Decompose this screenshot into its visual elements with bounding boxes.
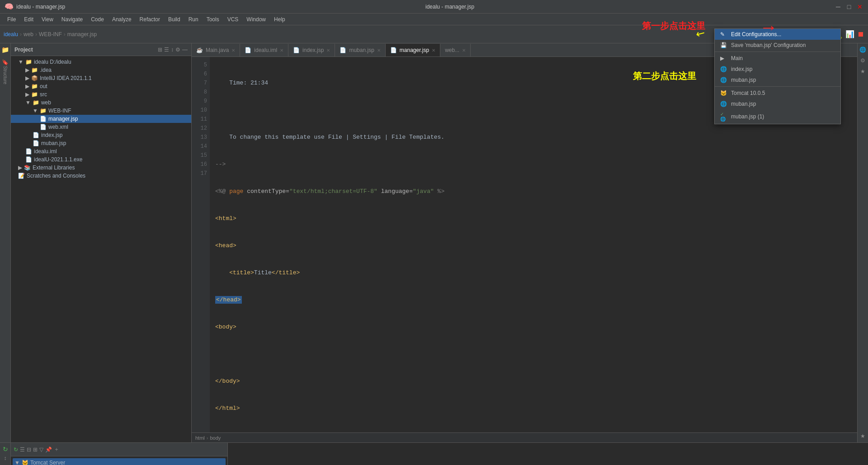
right-icon-3[interactable]: ★	[859, 67, 868, 76]
tree-item-muban-jsp[interactable]: 📄 muban.jsp	[11, 139, 191, 147]
svc-pin-btn[interactable]: 📌	[45, 446, 52, 453]
project-title: Project	[14, 47, 33, 53]
tree-item-manager-jsp[interactable]: 📄 manager.jsp	[11, 115, 191, 123]
svc-group-btn[interactable]: ⊞	[33, 446, 38, 453]
tree-item-ext-libs[interactable]: ▶ 📚 External Libraries	[11, 164, 191, 172]
tree-item-src[interactable]: ▶ 📁 src	[11, 90, 191, 99]
tab-iml-label: idealu.iml	[254, 47, 277, 53]
project-sort-btn[interactable]: ↕	[171, 47, 174, 53]
menu-view[interactable]: View	[38, 15, 57, 24]
tree-item-index-jsp[interactable]: 📄 index.jsp	[11, 131, 191, 139]
mubanjsp2-config-item[interactable]: 🌐 muban.jsp	[715, 99, 840, 109]
tree-item-web[interactable]: ▼ 📁 web	[11, 99, 191, 107]
tree-item-root[interactable]: ▼ 📁 idealu D:/idealu	[11, 58, 191, 66]
indexjsp-file-icon: 📄	[33, 132, 39, 138]
maximize-button[interactable]: □	[845, 3, 853, 10]
services-refresh-icon[interactable]: ↻	[1, 445, 10, 454]
tab-main-java[interactable]: ☕ Main.java ✕	[192, 44, 240, 56]
menu-refactor[interactable]: Refactor	[136, 15, 164, 24]
menu-build[interactable]: Build	[165, 15, 184, 24]
dropdown-sep-2	[715, 86, 840, 87]
tree-item-idealu-iml[interactable]: 📄 idealu.iml	[11, 147, 191, 155]
close-button[interactable]: ✕	[856, 3, 863, 10]
tab-idealu-iml[interactable]: 📄 idealu.iml ✕	[240, 44, 288, 56]
project-expand-btn[interactable]: ⊞	[158, 47, 162, 53]
minimize-button[interactable]: ─	[835, 3, 842, 10]
menu-window[interactable]: Window	[243, 15, 269, 24]
svc-refresh-btn[interactable]: ↻	[14, 446, 18, 453]
menu-edit[interactable]: Edit	[20, 15, 37, 24]
main-config-item[interactable]: ▶ Main	[715, 53, 840, 64]
tomcat-config-item[interactable]: 🐱 Tomcat 10.0.5	[715, 88, 840, 99]
code-line-17: </html>	[215, 404, 852, 413]
tab-web-close[interactable]: ✕	[462, 48, 466, 53]
menu-vcs[interactable]: VCS	[224, 15, 242, 24]
svc-collapse-all-btn[interactable]: ⊟	[27, 446, 31, 453]
root-folder-icon: 📁	[25, 59, 32, 65]
svc-add-btn[interactable]: ＋	[54, 446, 59, 453]
project-hide-btn[interactable]: —	[182, 47, 188, 53]
exe-label: idealU-2021.1.1.exe	[34, 156, 82, 163]
services-expand-icon[interactable]: ↕	[1, 454, 10, 463]
save-config-label: Save 'muban.jsp' Configuration	[731, 42, 806, 48]
right-icon-4[interactable]: ★	[859, 432, 868, 441]
menu-analyze[interactable]: Analyze	[108, 15, 135, 24]
svc-filter-btn[interactable]: ▽	[39, 446, 43, 453]
tree-item-scratches[interactable]: 📝 Scratches and Consoles	[11, 172, 191, 180]
idea-folder-icon: 📁	[31, 67, 38, 73]
tab-main-java-close[interactable]: ✕	[231, 48, 235, 53]
tab-iml-close[interactable]: ✕	[280, 48, 283, 53]
root-label: idealu D:/idealu	[34, 59, 71, 65]
project-icon[interactable]: 📁	[1, 45, 10, 54]
tab-manager-jsp[interactable]: 📄 manager.jsp ✕	[386, 44, 440, 56]
indexjsp-config-item[interactable]: 🌐 index.jsp	[715, 64, 840, 75]
run-with-coverage-btn[interactable]: 📊	[845, 30, 854, 38]
tree-item-webinf[interactable]: ▼ 📁 WEB-INF	[11, 107, 191, 115]
menu-tools[interactable]: Tools	[203, 15, 223, 24]
tree-item-intellij[interactable]: ▶ 📦 IntelliJ IDEA 2021.1.1	[11, 74, 191, 82]
right-icon-1[interactable]: 🌐	[859, 45, 868, 54]
mubanjsp3-config-item[interactable]: ✓🌐 muban.jsp (1)	[715, 109, 840, 124]
tab-index-jsp[interactable]: 📄 index.jsp ✕	[288, 44, 335, 56]
tab-web[interactable]: web... ✕	[440, 44, 471, 56]
mubanjsp3-icon: ✓🌐	[720, 112, 727, 122]
tab-indexjsp-icon: 📄	[293, 47, 300, 53]
menu-code[interactable]: Code	[87, 15, 108, 24]
mubanjsp-config-item[interactable]: 🌐 muban.jsp	[715, 75, 840, 85]
tree-item-idea[interactable]: ▶ 📁 .idea	[11, 66, 191, 74]
breadcrumb-project: idealu	[4, 31, 18, 38]
tab-muban-jsp[interactable]: 📄 muban.jsp ✕	[335, 44, 385, 56]
code-line-16: </body>	[215, 377, 852, 386]
tree-item-web-xml[interactable]: 📄 web.xml	[11, 123, 191, 131]
breadcrumb-body: body	[210, 435, 221, 441]
edit-configurations-item[interactable]: ✎ Edit Configurations...	[715, 29, 840, 40]
right-icon-2[interactable]: ⚙	[859, 56, 868, 65]
edit-config-label: Edit Configurations...	[731, 31, 781, 38]
tomcat-config-label: Tomcat 10.0.5	[731, 90, 765, 96]
right-icons-panel: 🌐 ⚙ ★ ★	[857, 43, 868, 442]
tree-item-exe[interactable]: 📄 idealU-2021.1.1.exe	[11, 155, 191, 164]
stop-button[interactable]: ⏹	[857, 30, 864, 38]
tab-indexjsp-close[interactable]: ✕	[326, 48, 330, 53]
tab-mubanjsp-close[interactable]: ✕	[377, 48, 381, 53]
svc-expand-all-btn[interactable]: ☰	[20, 446, 25, 453]
mubanjsp-file-icon: 📄	[33, 140, 39, 146]
tree-item-out[interactable]: ▶ 📁 out	[11, 82, 191, 90]
services-settings-icon[interactable]: ⚙	[1, 463, 10, 465]
services-tree: ▼ 🐱 Tomcat Server ▶ ▶ Running ▶ ● Failed…	[11, 456, 227, 465]
structure-icon[interactable]: Structure	[1, 70, 10, 80]
menu-navigate[interactable]: Navigate	[58, 15, 86, 24]
tab-mubanjsp-icon: 📄	[340, 47, 346, 53]
mubanjsp2-icon: 🌐	[720, 101, 727, 107]
save-config-item[interactable]: 💾 Save 'muban.jsp' Configuration	[715, 40, 840, 51]
project-collapse-btn[interactable]: ☰	[164, 47, 169, 53]
extlibs-label: External Libraries	[33, 164, 75, 171]
menu-help[interactable]: Help	[270, 15, 289, 24]
tab-managerjsp-close[interactable]: ✕	[432, 48, 435, 53]
menu-run[interactable]: Run	[185, 15, 202, 24]
menu-file[interactable]: File	[4, 15, 19, 24]
code-line-12: <title>Title</title>	[215, 268, 852, 277]
services-tomcat-server[interactable]: ▼ 🐱 Tomcat Server	[13, 458, 226, 465]
project-settings-btn[interactable]: ⚙	[175, 47, 180, 53]
save-icon: 💾	[720, 42, 727, 48]
